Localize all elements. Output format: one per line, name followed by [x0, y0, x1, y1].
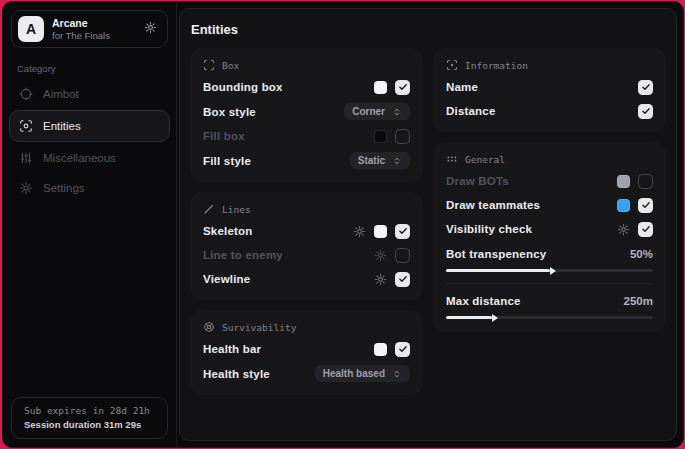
slider-label-row: Bot transpenency 50% — [446, 246, 653, 262]
sidebar-item-entities[interactable]: Entities — [9, 110, 170, 142]
app-subtitle: for The Finals — [52, 30, 136, 42]
session-duration-text: Session duration 31m 29s — [24, 419, 155, 430]
slider-label-row: Max distance 250m — [446, 293, 653, 309]
color-swatch[interactable] — [617, 199, 630, 212]
setting-label: Draw teammates — [446, 199, 540, 211]
gear-icon[interactable] — [144, 20, 157, 38]
sidebar-item-label: Settings — [43, 182, 85, 194]
color-swatch[interactable] — [374, 81, 387, 94]
gear-icon[interactable] — [374, 273, 387, 286]
section-title: Box — [222, 60, 239, 71]
slider-value: 250m — [624, 295, 653, 307]
fill-style-dropdown[interactable]: Static — [350, 152, 410, 169]
checkbox[interactable] — [395, 272, 410, 287]
setting-label: Health style — [203, 368, 270, 380]
divider — [446, 283, 653, 284]
checkbox[interactable] — [395, 80, 410, 95]
setting-label: Max distance — [446, 295, 521, 307]
section-lines-header: Lines — [203, 203, 410, 215]
chevrons-up-down-icon — [392, 369, 402, 379]
sidebar-item-aimbot[interactable]: Aimbot — [9, 80, 170, 108]
gear-icon[interactable] — [617, 223, 630, 236]
sidebar-nav: Aimbot Entities Miscellaneous Settings — [3, 78, 176, 204]
setting-label: Skeleton — [203, 225, 253, 237]
setting-row-visibility-check: Visibility check — [446, 221, 653, 237]
app-header-card: A Arcane for The Finals — [11, 10, 168, 48]
crosshair-icon — [19, 87, 33, 101]
setting-label: Line to enemy — [203, 249, 283, 261]
section-survivability-header: Survivability — [203, 321, 410, 333]
app-logo: A — [18, 16, 44, 42]
checkbox[interactable] — [638, 198, 653, 213]
color-swatch[interactable] — [374, 225, 387, 238]
checkbox[interactable] — [395, 248, 410, 263]
settings-columns: Box Bounding box Box style — [180, 48, 676, 395]
section-title: Survivability — [222, 322, 296, 333]
lifebuoy-icon — [203, 321, 215, 333]
checkbox[interactable] — [395, 129, 410, 144]
health-style-dropdown[interactable]: Health based — [315, 365, 410, 382]
setting-label: Fill style — [203, 155, 251, 167]
gear-icon[interactable] — [353, 225, 366, 238]
app-title-block: Arcane for The Finals — [52, 17, 136, 42]
chevrons-up-down-icon — [392, 156, 402, 166]
sidebar-item-settings[interactable]: Settings — [9, 174, 170, 202]
box-style-dropdown[interactable]: Corner — [344, 103, 410, 120]
sidebar-item-miscellaneous[interactable]: Miscellaneous — [9, 144, 170, 172]
right-column: Information Name Distance — [433, 48, 666, 332]
main-panel: Entities Box Bounding box — [179, 8, 677, 441]
section-general-header: General — [446, 153, 653, 165]
max-distance-slider[interactable] — [446, 316, 653, 319]
setting-row-distance: Distance — [446, 103, 653, 119]
setting-row-draw-bots: Draw BOTs — [446, 173, 653, 189]
dropdown-value: Health based — [323, 368, 385, 379]
sidebar: A Arcane for The Finals Category Aimbot — [3, 2, 177, 447]
dropdown-value: Corner — [352, 106, 385, 117]
setting-label: Box style — [203, 106, 256, 118]
slider-thumb[interactable] — [492, 314, 498, 322]
setting-row-health-style: Health style Health based — [203, 365, 410, 382]
color-swatch[interactable] — [374, 343, 387, 356]
section-box-header: Box — [203, 59, 410, 71]
bot-transpenency-slider[interactable] — [446, 269, 653, 272]
setting-label: Viewline — [203, 273, 250, 285]
app-name: Arcane — [52, 17, 136, 30]
slider-fill — [446, 269, 550, 272]
checkbox[interactable] — [395, 342, 410, 357]
setting-slider-bot-transpenency: Bot transpenency 50% — [446, 246, 653, 272]
section-survivability: Survivability Health bar Health style — [190, 310, 423, 395]
section-information-header: Information — [446, 59, 653, 71]
setting-label: Name — [446, 81, 478, 93]
checkbox[interactable] — [638, 174, 653, 189]
color-swatch[interactable] — [617, 175, 630, 188]
checkbox[interactable] — [395, 224, 410, 239]
section-lines: Lines Skeleton — [190, 192, 423, 300]
slider-value: 50% — [630, 248, 653, 260]
chevrons-up-down-icon — [392, 107, 402, 117]
app-window: A Arcane for The Finals Category Aimbot — [2, 1, 684, 448]
sliders-icon — [19, 151, 33, 165]
checkbox[interactable] — [638, 80, 653, 95]
slider-thumb[interactable] — [550, 267, 556, 275]
color-swatch[interactable] — [374, 130, 387, 143]
gear-icon[interactable] — [374, 249, 387, 262]
setting-row-fill-box: Fill box — [203, 128, 410, 144]
setting-slider-max-distance: Max distance 250m — [446, 293, 653, 319]
entities-icon — [19, 119, 33, 133]
subscription-card: Sub expires in 28d 21h Session duration … — [11, 397, 168, 439]
section-title: General — [465, 154, 505, 165]
section-title: Information — [465, 60, 528, 71]
page-title: Entities — [180, 9, 676, 48]
setting-row-line-to-enemy: Line to enemy — [203, 247, 410, 263]
setting-label: Visibility check — [446, 223, 532, 235]
setting-row-box-style: Box style Corner — [203, 103, 410, 120]
checkbox[interactable] — [638, 222, 653, 237]
dropdown-value: Static — [358, 155, 385, 166]
sidebar-item-label: Aimbot — [43, 88, 79, 100]
checkbox[interactable] — [638, 104, 653, 119]
setting-label: Distance — [446, 105, 496, 117]
setting-row-health-bar: Health bar — [203, 341, 410, 357]
sidebar-item-label: Miscellaneous — [43, 152, 116, 164]
grid-icon — [446, 153, 458, 165]
app-logo-letter: A — [26, 21, 36, 37]
